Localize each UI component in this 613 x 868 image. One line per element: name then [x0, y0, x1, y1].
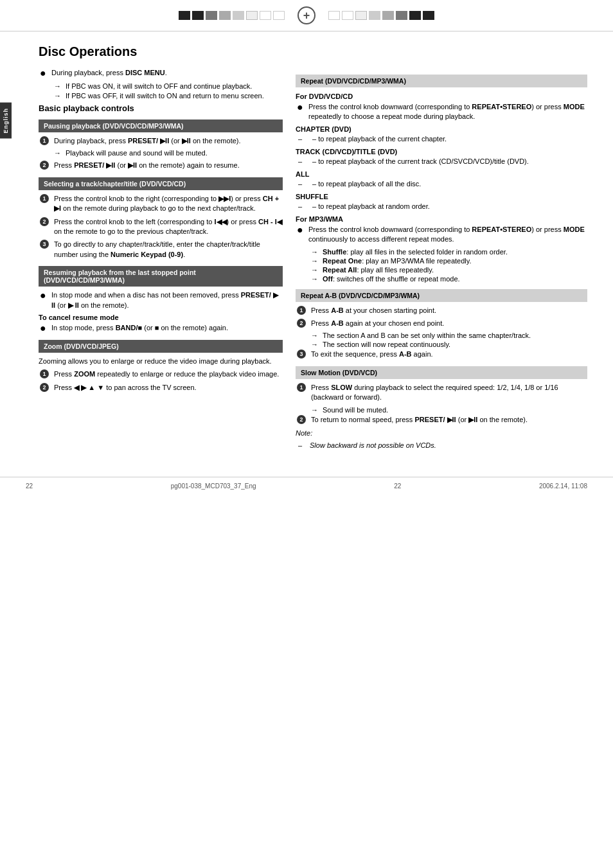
- shuffle-header: SHUFFLE: [296, 193, 587, 200]
- repeat-ab-arrow-1-text: The section A and B can be set only with…: [323, 332, 531, 339]
- circle-num-ab1: 1: [297, 306, 306, 315]
- top-bar-right-pattern: [328, 11, 434, 20]
- bullet-circle-dvd: ●: [297, 102, 305, 122]
- mp3-arrow-shuffle: → Shuffle: play all files in the selecte…: [308, 248, 587, 256]
- arrow-icon-p1: →: [54, 149, 63, 157]
- selecting-item-1: 1 Press the control knob to the right (c…: [39, 194, 283, 214]
- circle-num-ab2: 2: [297, 319, 306, 328]
- bullet-circle-intro: ●: [40, 68, 48, 78]
- mp3-arrow-repeat-one-text: Repeat One: play an MP3/WMA file repeate…: [323, 257, 472, 265]
- dash-sym-shuffle: –: [298, 202, 306, 210]
- selecting-text-3: To go directly to any chapter/track/titl…: [54, 240, 283, 260]
- repeat-dvd-header: Repeat (DVD/VCD/CD/MP3/WMA): [296, 75, 587, 87]
- dash-sym-all: –: [298, 180, 306, 188]
- mp3-arrows: → Shuffle: play all files in the selecte…: [296, 248, 587, 283]
- repeat-ab-arrow-2-text: The section will now repeat continuously…: [323, 341, 450, 348]
- intro-arrow-1-text: If PBC was ON, it will switch to OFF and…: [66, 82, 252, 90]
- chapter-header: CHAPTER (DVD): [296, 125, 587, 133]
- arrow-icon-sm1: →: [311, 406, 320, 414]
- circle-num-s1: 1: [40, 194, 49, 203]
- arrow-icon-1: →: [54, 82, 63, 90]
- left-column: ● During playback, press DISC MENU. → If…: [39, 68, 283, 451]
- bullet-circle-cancel: ●: [40, 323, 48, 333]
- circle-num-z1: 1: [40, 369, 49, 378]
- circle-num-ab3: 3: [297, 350, 306, 359]
- track-text-item: – – to repeat playback of the current tr…: [296, 157, 587, 165]
- intro-text: During playback, press DISC MENU.: [51, 68, 283, 78]
- slow-motion-text-2: To return to normal speed, press PRESET/…: [311, 415, 587, 425]
- dash-sym-note: –: [298, 441, 306, 449]
- repeat-ab-arrows: → The section A and B can be set only wi…: [296, 332, 587, 348]
- zoom-item-1: 1 Press ZOOM repeatedly to enlarge or re…: [39, 369, 283, 379]
- pausing-arrow-1: → Playback will pause and sound will be …: [39, 149, 283, 157]
- page-title: Disc Operations: [39, 44, 587, 59]
- pausing-item-1: 1 During playback, press PRESET/ ▶II (or…: [39, 136, 283, 146]
- for-mp3-header: For MP3/WMA: [296, 215, 587, 223]
- repeat-ab-text-1: Press A-B at your chosen starting point.: [311, 306, 587, 315]
- zoom-text-1: Press ZOOM repeatedly to enlarge or redu…: [54, 369, 283, 379]
- circle-num-1: 1: [40, 136, 49, 145]
- resuming-text: In stop mode and when a disc has not bee…: [51, 290, 283, 310]
- shuffle-text-item: – – to repeat playback at random order.: [296, 202, 587, 210]
- footer-file: pg001-038_MCD703_37_Eng: [171, 483, 256, 490]
- top-decorative-bar: [0, 0, 613, 31]
- mp3-arrow-repeat-all: → Repeat All: play all files repeatedly.: [308, 266, 587, 274]
- selecting-item-2: 2 Press the control knob to the left (co…: [39, 217, 283, 237]
- pausing-arrow-item-1: → Playback will pause and sound will be …: [51, 149, 283, 157]
- for-mp3-text: Press the control knob downward (corresp…: [308, 225, 587, 245]
- slow-motion-item-1: 1 Press SLOW during playback to select t…: [296, 383, 587, 403]
- all-header: ALL: [296, 170, 587, 178]
- zoom-text-2: Press ◀ ▶ ▲ ▼ to pan across the TV scree…: [54, 383, 283, 393]
- mp3-arrow-repeat-all-text: Repeat All: play all files repeatedly.: [323, 266, 434, 274]
- zoom-intro-text: Zooming allows you to enlarge or reduce …: [39, 357, 283, 366]
- repeat-ab-item-2: 2 Press A-B again at your chosen end poi…: [296, 319, 587, 328]
- track-header: TRACK (CD/VCD)/TITLE (DVD): [296, 148, 587, 155]
- bullet-circle-mp3: ●: [297, 225, 305, 245]
- crosshair-icon: [298, 6, 315, 24]
- bottom-bar: 22 pg001-038_MCD703_37_Eng 22 2006.2.14,…: [0, 477, 613, 495]
- slow-motion-text-1: Press SLOW during playback to select the…: [311, 383, 587, 403]
- dash-sym-chapter: –: [298, 135, 306, 143]
- cancel-item: ● In stop mode, press BAND/■ (or ■ on th…: [39, 323, 283, 333]
- resuming-item: ● In stop mode and when a disc has not b…: [39, 290, 283, 310]
- two-column-layout: ● During playback, press DISC MENU. → If…: [39, 68, 587, 451]
- bullet-circle-resuming: ●: [40, 290, 48, 310]
- circle-num-s2: 2: [40, 217, 49, 226]
- intro-arrow-2-text: If PBC was OFF, it will switch to ON and…: [66, 92, 264, 100]
- page-content: Disc Operations ● During playback, press…: [0, 31, 613, 464]
- arrow-icon-mp3-4: →: [311, 275, 320, 283]
- pausing-arrow-text-1: Playback will pause and sound will be mu…: [66, 149, 208, 157]
- basic-playback-header: Basic playback controls: [39, 103, 283, 113]
- repeat-ab-arrow-2: → The section will now repeat continuous…: [308, 341, 587, 348]
- for-mp3-item: ● Press the control knob downward (corre…: [296, 225, 587, 245]
- circle-num-s3: 3: [40, 240, 49, 249]
- footer-date: 2006.2.14, 11:08: [539, 483, 587, 490]
- shuffle-text: – to repeat playback at random order.: [312, 202, 430, 210]
- circle-num-2: 2: [40, 161, 49, 170]
- dash-sym-track: –: [298, 157, 306, 165]
- repeat-ab-item-3: 3 To exit the sequence, press A-B again.: [296, 350, 587, 359]
- zoom-header: Zoom (DVD/VCD/JPEG): [39, 340, 283, 353]
- right-column: Repeat (DVD/VCD/CD/MP3/WMA) For DVD/VCD/…: [296, 68, 587, 451]
- all-text-item: – – to repeat playback of all the disc.: [296, 180, 587, 188]
- sound-muted-text: Sound will be muted.: [323, 406, 388, 414]
- pausing-text-2: Press PRESET/ ▶II (or ▶II on the remote)…: [54, 161, 283, 170]
- arrow-icon-mp3-1: →: [311, 248, 320, 256]
- chapter-text-item: – – to repeat playback of the current ch…: [296, 135, 587, 143]
- mp3-arrow-off-text: Off: switches off the shuffle or repeat …: [323, 275, 460, 283]
- note-text: Slow backward is not possible on VCDs.: [310, 441, 436, 449]
- intro-arrows: → If PBC was ON, it will switch to OFF a…: [39, 82, 283, 100]
- selecting-item-3: 3 To go directly to any chapter/track/ti…: [39, 240, 283, 260]
- pausing-text-1: During playback, press PRESET/ ▶II (or ▶…: [54, 136, 283, 146]
- arrow-icon-mp3-2: →: [311, 257, 320, 265]
- page-number: 22: [26, 483, 33, 490]
- repeat-ab-text-2: Press A-B again at your chosen end point…: [311, 319, 587, 328]
- chapter-text: – to repeat playback of the current chap…: [312, 135, 447, 143]
- slow-motion-arrow-1: → Sound will be muted.: [296, 406, 587, 414]
- intro-arrow-2: → If PBC was OFF, it will switch to ON a…: [51, 92, 283, 100]
- repeat-ab-header: Repeat A-B (DVD/VCD/CD/MP3/WMA): [296, 289, 587, 302]
- zoom-item-2: 2 Press ◀ ▶ ▲ ▼ to pan across the TV scr…: [39, 383, 283, 393]
- mp3-arrow-shuffle-text: Shuffle: play all files in the selected …: [323, 248, 508, 256]
- arrow-icon-mp3-3: →: [311, 266, 320, 274]
- pausing-header: Pausing playback (DVD/VCD/CD/MP3/WMA): [39, 120, 283, 132]
